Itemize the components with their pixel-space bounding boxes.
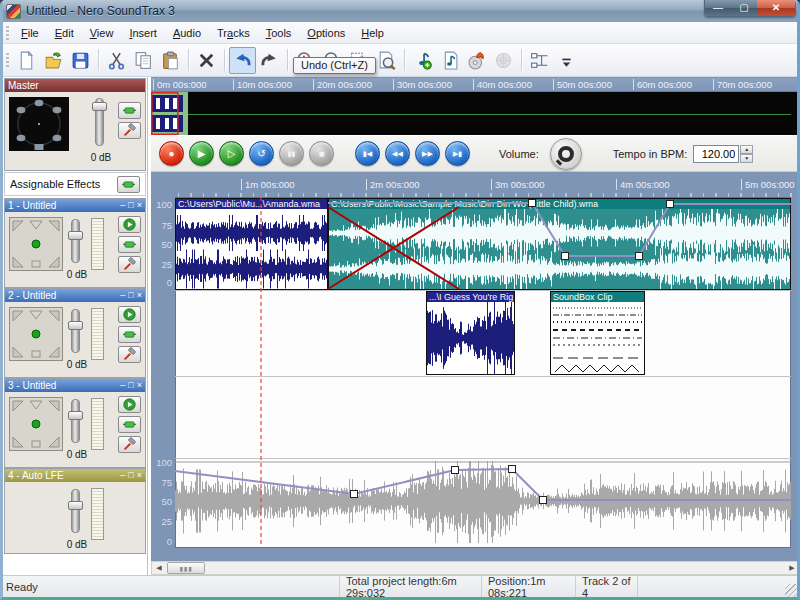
menubar-grip[interactable] bbox=[6, 26, 9, 40]
note-add-button[interactable] bbox=[409, 47, 436, 74]
track-tools-button[interactable] bbox=[118, 436, 141, 453]
track-close-button[interactable]: × bbox=[137, 471, 142, 480]
tempo-down-button[interactable]: ▼ bbox=[740, 154, 753, 163]
track-effects-button[interactable] bbox=[118, 326, 141, 343]
track-minimize-button[interactable]: – bbox=[120, 381, 125, 390]
track-maximize-button[interactable]: □ bbox=[128, 471, 133, 480]
master-tools-button[interactable] bbox=[118, 122, 141, 139]
scrollbar-thumb[interactable]: ▮▮▮ bbox=[167, 562, 205, 574]
overview-ruler[interactable]: 0m 00s:00010m 00s:00020m 00s:00030m 00s:… bbox=[151, 78, 800, 92]
tempo-up-button[interactable]: ▲ bbox=[740, 145, 753, 154]
timeline-ruler[interactable]: 1m 00s:0002m 00s:0003m 00s:0004m 00s:000… bbox=[175, 178, 800, 197]
track-maximize-button[interactable]: □ bbox=[128, 291, 133, 300]
track-tools-button[interactable] bbox=[118, 346, 141, 363]
track-fader-thumb[interactable] bbox=[68, 501, 83, 510]
soundbox-clip[interactable]: SoundBox Clip bbox=[550, 291, 645, 375]
close-button[interactable]: ✕ bbox=[757, 0, 795, 16]
track-minimize-button[interactable]: – bbox=[120, 471, 125, 480]
audio-clip-iguess[interactable]: ...\I Guess You're Rig bbox=[426, 291, 515, 375]
track-effects-button[interactable] bbox=[118, 416, 141, 433]
menu-item-tracks[interactable]: Tracks bbox=[209, 24, 258, 42]
cut-button[interactable] bbox=[103, 47, 130, 74]
record-button[interactable]: ● bbox=[159, 141, 184, 166]
track-minimize-button[interactable]: – bbox=[120, 291, 125, 300]
play-selection-button[interactable]: ▷ bbox=[219, 141, 244, 166]
menu-item-tools[interactable]: Tools bbox=[258, 24, 300, 42]
track-volume-fader[interactable] bbox=[71, 399, 80, 443]
resize-grip[interactable] bbox=[785, 584, 798, 597]
tempo-input[interactable] bbox=[693, 145, 739, 163]
track-fader-thumb[interactable] bbox=[68, 231, 83, 240]
track-volume-fader[interactable] bbox=[71, 309, 80, 353]
menu-item-view[interactable]: View bbox=[82, 24, 122, 42]
track-volume-fader[interactable] bbox=[71, 219, 80, 263]
track-close-button[interactable]: × bbox=[137, 201, 142, 210]
menu-item-insert[interactable]: Insert bbox=[121, 24, 165, 42]
track-close-button[interactable]: × bbox=[137, 291, 142, 300]
audio-clip-dindinwo[interactable]: C:\Users\Public\Music\Sample Music\Din D… bbox=[328, 198, 791, 290]
master-effects-button[interactable] bbox=[118, 102, 141, 119]
maximize-button[interactable]: ▢ bbox=[731, 0, 757, 16]
burn-button[interactable] bbox=[463, 47, 490, 74]
overview-ruler-label: 50m 00s:000 bbox=[553, 79, 612, 90]
volume-knob[interactable] bbox=[550, 138, 582, 170]
horizontal-scrollbar[interactable]: ◀ ▮▮▮ ▶ bbox=[151, 561, 800, 575]
track-volume-fader[interactable] bbox=[71, 489, 80, 533]
track-fader-thumb[interactable] bbox=[68, 411, 83, 420]
track-minimize-button[interactable]: – bbox=[120, 201, 125, 210]
track-surround-panner[interactable] bbox=[9, 397, 63, 451]
tracks-button[interactable] bbox=[526, 47, 553, 74]
menu-item-audio[interactable]: Audio bbox=[165, 24, 209, 42]
scroll-left-arrow[interactable]: ◀ bbox=[152, 562, 166, 574]
track-play-button[interactable] bbox=[118, 396, 141, 413]
track-tools-button[interactable] bbox=[118, 256, 141, 273]
menu-item-options[interactable]: Options bbox=[299, 24, 353, 42]
track-fader-thumb[interactable] bbox=[68, 321, 83, 330]
track-play-button[interactable] bbox=[118, 216, 141, 233]
minimize-button[interactable]: — bbox=[705, 0, 731, 16]
rewind-button[interactable]: ◀◀ bbox=[385, 141, 410, 166]
project-overview-strip[interactable] bbox=[151, 92, 800, 135]
track-play-button[interactable] bbox=[118, 306, 141, 323]
assignable-effects-button[interactable] bbox=[117, 176, 140, 193]
master-volume-fader[interactable] bbox=[95, 98, 104, 146]
new-button[interactable] bbox=[13, 47, 40, 74]
scroll-right-arrow[interactable]: ▶ bbox=[785, 562, 799, 574]
track-maximize-button[interactable]: □ bbox=[128, 381, 133, 390]
note-page-button[interactable] bbox=[436, 47, 463, 74]
loop-button[interactable]: ↺ bbox=[249, 141, 274, 166]
menu-item-help[interactable]: Help bbox=[353, 24, 392, 42]
forward-button[interactable]: ▶▶ bbox=[415, 141, 440, 166]
zoom-page-button[interactable] bbox=[373, 47, 400, 74]
track-maximize-button[interactable]: □ bbox=[128, 201, 133, 210]
overflow-button[interactable] bbox=[553, 47, 580, 74]
delete-button[interactable] bbox=[193, 47, 220, 74]
track-effects-button[interactable] bbox=[118, 236, 141, 253]
master-header[interactable]: Master bbox=[5, 79, 145, 92]
open-button[interactable] bbox=[40, 47, 67, 74]
track-surround-panner[interactable] bbox=[9, 217, 63, 271]
track-header[interactable]: 3 - Untitled – □ × bbox=[5, 379, 145, 392]
track-header[interactable]: 4 - Auto LFE – □ × bbox=[5, 469, 145, 482]
menu-item-edit[interactable]: Edit bbox=[47, 24, 82, 42]
master-fader-thumb[interactable] bbox=[92, 102, 107, 111]
go-start-button[interactable]: ▮◀ bbox=[355, 141, 380, 166]
menu-item-file[interactable]: File bbox=[13, 24, 47, 42]
track-header[interactable]: 2 - Untitled – □ × bbox=[5, 289, 145, 302]
play-button[interactable]: ▶ bbox=[189, 141, 214, 166]
audio-clip-amanda[interactable]: C:\Users\Public\Mu...\Amanda.wma bbox=[175, 198, 328, 290]
redo-button[interactable] bbox=[256, 47, 283, 74]
go-end-button[interactable]: ▶▮ bbox=[445, 141, 470, 166]
track-close-button[interactable]: × bbox=[137, 381, 142, 390]
surround-button[interactable] bbox=[490, 47, 517, 74]
save-button[interactable] bbox=[67, 47, 94, 74]
track-surround-panner[interactable] bbox=[9, 307, 63, 361]
toolbar-grip[interactable] bbox=[6, 53, 9, 67]
copy-button[interactable] bbox=[130, 47, 157, 74]
undo-button[interactable] bbox=[229, 47, 256, 74]
track-header[interactable]: 1 - Untitled – □ × bbox=[5, 199, 145, 212]
title-bar[interactable]: Untitled - Nero SoundTrax 3 — ▢ ✕ bbox=[0, 0, 800, 22]
master-surround-panner[interactable] bbox=[9, 97, 69, 151]
paste-button[interactable] bbox=[157, 47, 184, 74]
soundbox-pattern bbox=[551, 302, 644, 374]
